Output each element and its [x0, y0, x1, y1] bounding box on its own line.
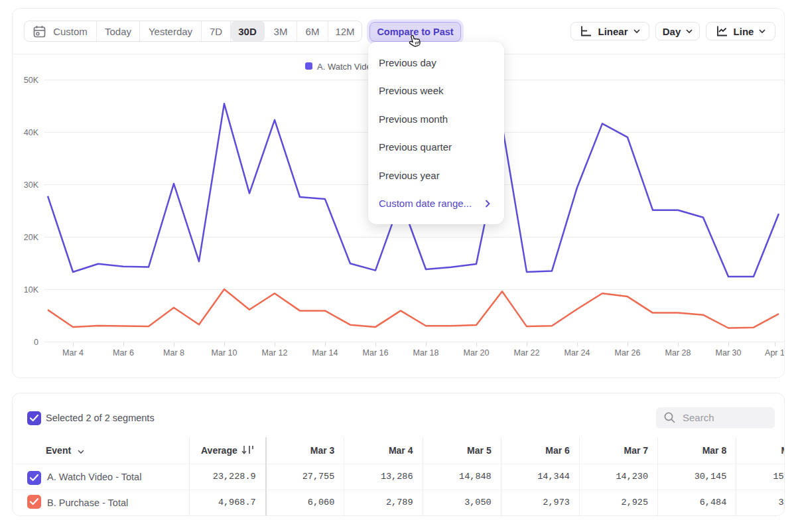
svg-text:Mar 18: Mar 18 — [413, 348, 439, 358]
svg-text:Mar 24: Mar 24 — [564, 348, 590, 358]
svg-text:Mar 28: Mar 28 — [665, 348, 691, 358]
svg-text:Mar 16: Mar 16 — [363, 348, 389, 358]
svg-text:10K: 10K — [24, 285, 39, 295]
svg-text:20K: 20K — [24, 233, 39, 242]
svg-text:Mar 4: Mar 4 — [62, 348, 84, 358]
svg-text:Mar 6: Mar 6 — [113, 348, 134, 358]
svg-text:50K: 50K — [24, 76, 39, 85]
svg-text:Mar 10: Mar 10 — [212, 348, 237, 358]
svg-text:30K: 30K — [24, 180, 39, 190]
svg-text:40K: 40K — [24, 128, 39, 137]
svg-text:Mar 14: Mar 14 — [312, 348, 338, 358]
svg-text:Apr 1: Apr 1 — [765, 348, 784, 358]
svg-text:Mar 12: Mar 12 — [262, 348, 288, 358]
svg-text:Mar 8: Mar 8 — [163, 348, 184, 358]
svg-text:Mar 20: Mar 20 — [464, 348, 490, 358]
svg-text:0: 0 — [34, 338, 38, 347]
svg-text:Mar 30: Mar 30 — [716, 348, 742, 358]
svg-text:Mar 22: Mar 22 — [514, 348, 540, 358]
svg-text:Mar 26: Mar 26 — [615, 348, 641, 358]
